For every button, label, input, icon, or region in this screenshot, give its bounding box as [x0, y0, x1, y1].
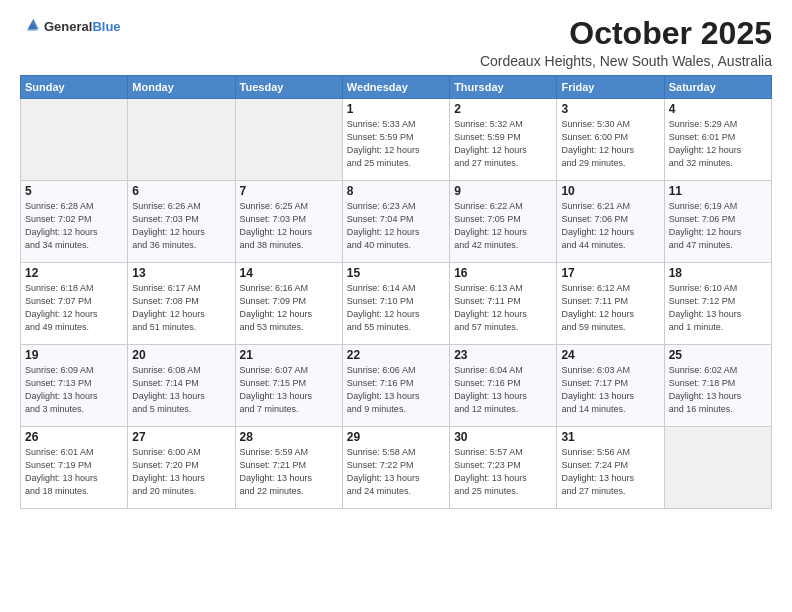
day-number: 23: [454, 348, 552, 362]
calendar-cell: 25Sunrise: 6:02 AMSunset: 7:18 PMDayligh…: [664, 345, 771, 427]
weekday-header-friday: Friday: [557, 76, 664, 99]
day-info: Sunrise: 6:01 AMSunset: 7:19 PMDaylight:…: [25, 446, 123, 498]
day-number: 1: [347, 102, 445, 116]
day-number: 31: [561, 430, 659, 444]
day-number: 19: [25, 348, 123, 362]
weekday-header-thursday: Thursday: [450, 76, 557, 99]
header: GeneralBlue October 2025 Cordeaux Height…: [20, 16, 772, 69]
calendar-cell: 6Sunrise: 6:26 AMSunset: 7:03 PMDaylight…: [128, 181, 235, 263]
day-info: Sunrise: 6:09 AMSunset: 7:13 PMDaylight:…: [25, 364, 123, 416]
day-number: 10: [561, 184, 659, 198]
logo-text-general: GeneralBlue: [44, 17, 121, 35]
day-number: 20: [132, 348, 230, 362]
day-info: Sunrise: 6:10 AMSunset: 7:12 PMDaylight:…: [669, 282, 767, 334]
day-info: Sunrise: 6:08 AMSunset: 7:14 PMDaylight:…: [132, 364, 230, 416]
page-container: GeneralBlue October 2025 Cordeaux Height…: [0, 0, 792, 519]
calendar-cell: 22Sunrise: 6:06 AMSunset: 7:16 PMDayligh…: [342, 345, 449, 427]
day-number: 12: [25, 266, 123, 280]
calendar-table: SundayMondayTuesdayWednesdayThursdayFrid…: [20, 75, 772, 509]
calendar-cell: 20Sunrise: 6:08 AMSunset: 7:14 PMDayligh…: [128, 345, 235, 427]
week-row-2: 5Sunrise: 6:28 AMSunset: 7:02 PMDaylight…: [21, 181, 772, 263]
calendar-cell: [235, 99, 342, 181]
calendar-cell: 1Sunrise: 5:33 AMSunset: 5:59 PMDaylight…: [342, 99, 449, 181]
calendar-cell: 4Sunrise: 5:29 AMSunset: 6:01 PMDaylight…: [664, 99, 771, 181]
calendar-cell: 19Sunrise: 6:09 AMSunset: 7:13 PMDayligh…: [21, 345, 128, 427]
day-info: Sunrise: 6:04 AMSunset: 7:16 PMDaylight:…: [454, 364, 552, 416]
day-info: Sunrise: 6:13 AMSunset: 7:11 PMDaylight:…: [454, 282, 552, 334]
day-info: Sunrise: 6:18 AMSunset: 7:07 PMDaylight:…: [25, 282, 123, 334]
calendar-cell: 7Sunrise: 6:25 AMSunset: 7:03 PMDaylight…: [235, 181, 342, 263]
weekday-header-monday: Monday: [128, 76, 235, 99]
day-info: Sunrise: 5:59 AMSunset: 7:21 PMDaylight:…: [240, 446, 338, 498]
calendar-cell: 21Sunrise: 6:07 AMSunset: 7:15 PMDayligh…: [235, 345, 342, 427]
day-info: Sunrise: 6:16 AMSunset: 7:09 PMDaylight:…: [240, 282, 338, 334]
day-info: Sunrise: 5:32 AMSunset: 5:59 PMDaylight:…: [454, 118, 552, 170]
calendar-cell: 23Sunrise: 6:04 AMSunset: 7:16 PMDayligh…: [450, 345, 557, 427]
day-info: Sunrise: 6:03 AMSunset: 7:17 PMDaylight:…: [561, 364, 659, 416]
weekday-header-saturday: Saturday: [664, 76, 771, 99]
day-number: 9: [454, 184, 552, 198]
day-info: Sunrise: 5:57 AMSunset: 7:23 PMDaylight:…: [454, 446, 552, 498]
calendar-cell: 16Sunrise: 6:13 AMSunset: 7:11 PMDayligh…: [450, 263, 557, 345]
logo: GeneralBlue: [20, 16, 121, 36]
day-number: 5: [25, 184, 123, 198]
day-number: 14: [240, 266, 338, 280]
day-number: 3: [561, 102, 659, 116]
calendar-cell: 14Sunrise: 6:16 AMSunset: 7:09 PMDayligh…: [235, 263, 342, 345]
calendar-cell: 24Sunrise: 6:03 AMSunset: 7:17 PMDayligh…: [557, 345, 664, 427]
logo-icon: [20, 16, 40, 36]
day-info: Sunrise: 6:14 AMSunset: 7:10 PMDaylight:…: [347, 282, 445, 334]
day-number: 6: [132, 184, 230, 198]
calendar-cell: 9Sunrise: 6:22 AMSunset: 7:05 PMDaylight…: [450, 181, 557, 263]
calendar-cell: 26Sunrise: 6:01 AMSunset: 7:19 PMDayligh…: [21, 427, 128, 509]
calendar-cell: 12Sunrise: 6:18 AMSunset: 7:07 PMDayligh…: [21, 263, 128, 345]
day-number: 21: [240, 348, 338, 362]
calendar-cell: 29Sunrise: 5:58 AMSunset: 7:22 PMDayligh…: [342, 427, 449, 509]
day-number: 30: [454, 430, 552, 444]
day-number: 27: [132, 430, 230, 444]
day-number: 11: [669, 184, 767, 198]
day-number: 26: [25, 430, 123, 444]
weekday-header-wednesday: Wednesday: [342, 76, 449, 99]
calendar-cell: 17Sunrise: 6:12 AMSunset: 7:11 PMDayligh…: [557, 263, 664, 345]
day-number: 17: [561, 266, 659, 280]
calendar-cell: 10Sunrise: 6:21 AMSunset: 7:06 PMDayligh…: [557, 181, 664, 263]
day-number: 15: [347, 266, 445, 280]
day-info: Sunrise: 6:22 AMSunset: 7:05 PMDaylight:…: [454, 200, 552, 252]
calendar-cell: 30Sunrise: 5:57 AMSunset: 7:23 PMDayligh…: [450, 427, 557, 509]
day-info: Sunrise: 6:02 AMSunset: 7:18 PMDaylight:…: [669, 364, 767, 416]
day-number: 8: [347, 184, 445, 198]
day-info: Sunrise: 6:23 AMSunset: 7:04 PMDaylight:…: [347, 200, 445, 252]
day-info: Sunrise: 6:28 AMSunset: 7:02 PMDaylight:…: [25, 200, 123, 252]
day-info: Sunrise: 6:07 AMSunset: 7:15 PMDaylight:…: [240, 364, 338, 416]
calendar-cell: 18Sunrise: 6:10 AMSunset: 7:12 PMDayligh…: [664, 263, 771, 345]
calendar-cell: [664, 427, 771, 509]
day-number: 2: [454, 102, 552, 116]
calendar-cell: 27Sunrise: 6:00 AMSunset: 7:20 PMDayligh…: [128, 427, 235, 509]
day-info: Sunrise: 5:56 AMSunset: 7:24 PMDaylight:…: [561, 446, 659, 498]
day-number: 16: [454, 266, 552, 280]
calendar-cell: 31Sunrise: 5:56 AMSunset: 7:24 PMDayligh…: [557, 427, 664, 509]
day-number: 28: [240, 430, 338, 444]
calendar-cell: 15Sunrise: 6:14 AMSunset: 7:10 PMDayligh…: [342, 263, 449, 345]
location-subtitle: Cordeaux Heights, New South Wales, Austr…: [480, 53, 772, 69]
calendar-cell: 28Sunrise: 5:59 AMSunset: 7:21 PMDayligh…: [235, 427, 342, 509]
day-info: Sunrise: 6:26 AMSunset: 7:03 PMDaylight:…: [132, 200, 230, 252]
day-info: Sunrise: 5:33 AMSunset: 5:59 PMDaylight:…: [347, 118, 445, 170]
month-title: October 2025: [480, 16, 772, 51]
day-info: Sunrise: 6:06 AMSunset: 7:16 PMDaylight:…: [347, 364, 445, 416]
day-number: 7: [240, 184, 338, 198]
day-number: 4: [669, 102, 767, 116]
calendar-cell: 2Sunrise: 5:32 AMSunset: 5:59 PMDaylight…: [450, 99, 557, 181]
day-info: Sunrise: 5:58 AMSunset: 7:22 PMDaylight:…: [347, 446, 445, 498]
calendar-cell: 11Sunrise: 6:19 AMSunset: 7:06 PMDayligh…: [664, 181, 771, 263]
weekday-header-tuesday: Tuesday: [235, 76, 342, 99]
day-number: 25: [669, 348, 767, 362]
week-row-4: 19Sunrise: 6:09 AMSunset: 7:13 PMDayligh…: [21, 345, 772, 427]
week-row-1: 1Sunrise: 5:33 AMSunset: 5:59 PMDaylight…: [21, 99, 772, 181]
day-number: 18: [669, 266, 767, 280]
weekday-header-row: SundayMondayTuesdayWednesdayThursdayFrid…: [21, 76, 772, 99]
calendar-cell: [21, 99, 128, 181]
calendar-cell: 5Sunrise: 6:28 AMSunset: 7:02 PMDaylight…: [21, 181, 128, 263]
day-info: Sunrise: 6:12 AMSunset: 7:11 PMDaylight:…: [561, 282, 659, 334]
